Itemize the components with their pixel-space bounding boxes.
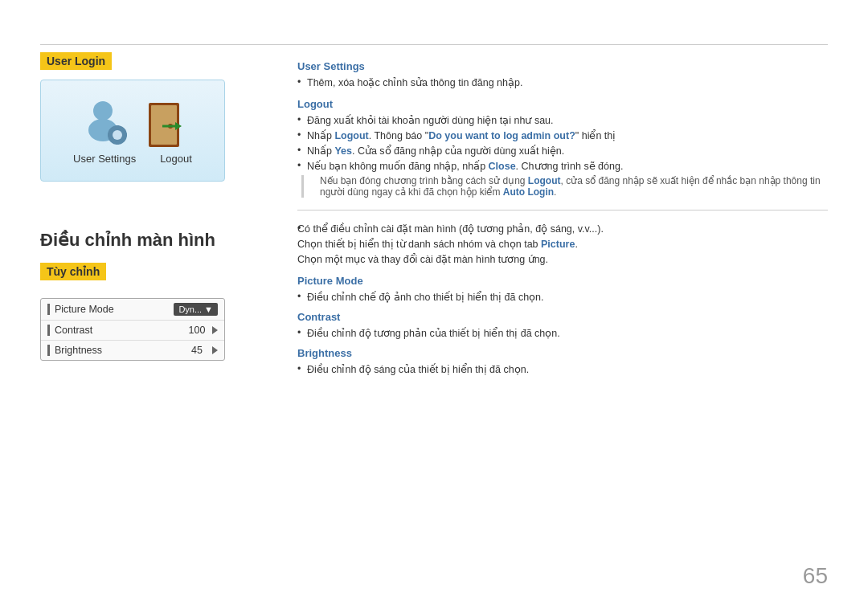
logout-door-icon [145, 99, 185, 143]
svg-point-3 [113, 130, 122, 140]
contrast-right-title: Contrast [297, 311, 828, 323]
picture-mode-row: Picture Mode Dyn... ▼ [41, 299, 224, 321]
user-login-header: User Login [40, 52, 112, 70]
user-login-panel: User Settings Logout [40, 80, 225, 182]
contrast-label: Contrast [55, 325, 185, 336]
intro-line-3: Chọn một mục và thay đổi cài đặt màn hìn… [297, 253, 828, 265]
contrast-number: 100 [185, 325, 209, 336]
logout-label: Logout [160, 153, 192, 165]
autologin-link: Auto Login [503, 186, 554, 198]
user-settings-bullet-1: Thêm, xóa hoặc chỉnh sửa thông tin đăng … [297, 76, 828, 88]
contrast-value: 100 [185, 325, 218, 336]
brightness-value: 45 [185, 345, 218, 356]
brightness-row: Brightness 45 [41, 341, 224, 360]
right-separator [297, 210, 828, 210]
logout-note: Nếu bạn đóng chương trình bằng cách sử d… [301, 175, 828, 198]
svg-point-0 [93, 101, 113, 121]
svg-rect-6 [108, 133, 112, 137]
dieu-chinh-section-left: Điều chỉnh màn hình Tùy chỉnh Picture Mo… [40, 230, 265, 361]
intro-line-1: Có thể điều chỉnh cài đặt màn hình (độ t… [297, 223, 828, 235]
close-link: Close [489, 161, 516, 172]
intro-text-1: Có thể điều chỉnh cài đặt màn hình (độ t… [297, 223, 604, 235]
picture-tab-link: Picture [541, 239, 575, 250]
row-indicator [47, 325, 50, 336]
user-login-labels: User Settings Logout [73, 153, 192, 165]
intro-line-2: Chọn thiết bị hiển thị từ danh sách nhóm… [297, 238, 828, 250]
brightness-number: 45 [185, 345, 209, 356]
left-column: User Login [40, 52, 265, 361]
logout-right-title: Logout [297, 98, 828, 110]
contrast-right-bullet: Điều chỉnh độ tương phản của thiết bị hi… [297, 327, 828, 339]
logout-bullet-2: Nhấp Logout. Thông báo "Do you want to l… [297, 129, 828, 141]
picture-mode-dropdown[interactable]: Dyn... ▼ [174, 303, 218, 316]
picture-mode-value: Dyn... ▼ [174, 303, 218, 316]
user-login-icons [80, 96, 185, 145]
logout-link: Logout [334, 130, 368, 141]
picture-mode-right-bullet: Điều chỉnh chế độ ảnh cho thiết bị hiển … [297, 291, 828, 303]
top-divider [40, 44, 828, 45]
picture-mode-label: Picture Mode [55, 304, 174, 315]
page-container: User Login [0, 0, 868, 613]
brightness-label: Brightness [55, 345, 185, 356]
right-column: User Settings Thêm, xóa hoặc chỉnh sửa t… [297, 52, 828, 378]
user-login-section: User Login [40, 52, 265, 182]
note-logout-link: Logout [528, 175, 561, 186]
dialog-text: Do you want to log admin out? [428, 130, 575, 141]
logout-bullet-3: Nhấp Yes. Cửa sổ đăng nhập của người dùn… [297, 145, 828, 157]
svg-rect-4 [116, 125, 119, 129]
user-settings-right-title: User Settings [297, 60, 828, 72]
logout-bullet-4: Nếu bạn không muốn đăng nhập, nhấp Close… [297, 160, 828, 172]
dieu-chinh-title: Điều chỉnh màn hình [40, 230, 265, 251]
contrast-arrow-icon [212, 326, 218, 334]
user-settings-label: User Settings [73, 153, 136, 165]
brightness-arrow-icon [212, 346, 218, 354]
brightness-right-title: Brightness [297, 347, 828, 359]
picture-mode-dropdown-text: Dyn... [178, 304, 202, 314]
logout-bullet-1: Đăng xuất khỏi tài khoản người dùng hiện… [297, 114, 828, 126]
picture-mode-right-title: Picture Mode [297, 275, 828, 287]
user-settings-icon [80, 96, 129, 145]
svg-rect-7 [123, 133, 127, 137]
page-number: 65 [803, 563, 828, 589]
contrast-row: Contrast 100 [41, 321, 224, 341]
yes-link: Yes [334, 145, 352, 157]
svg-rect-5 [116, 141, 119, 145]
dropdown-arrow-icon: ▼ [204, 304, 213, 314]
right-section2: Có thể điều chỉnh cài đặt màn hình (độ t… [297, 223, 828, 375]
tuy-chinh-header: Tùy chỉnh [40, 263, 106, 280]
row-indicator [47, 304, 50, 315]
tuy-chinh-panel: Picture Mode Dyn... ▼ Contrast [40, 298, 225, 361]
brightness-right-bullet: Điều chỉnh độ sáng của thiết bị hiển thị… [297, 363, 828, 375]
right-section1: User Settings Thêm, xóa hoặc chỉnh sửa t… [297, 60, 828, 198]
row-indicator [47, 345, 50, 356]
